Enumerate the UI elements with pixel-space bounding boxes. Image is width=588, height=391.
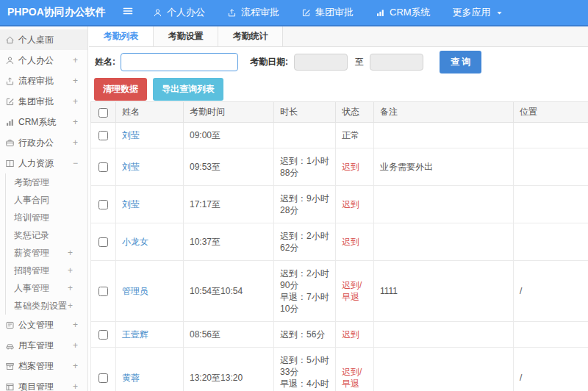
- expand-icon[interactable]: +: [73, 340, 78, 351]
- sidebar-item-label: 项目管理: [18, 381, 54, 391]
- name-label: 姓名:: [95, 56, 115, 68]
- topnav-label: 个人办公: [167, 6, 205, 19]
- sidebar-subitem-base-category[interactable]: 基础类别设置+: [6, 297, 87, 315]
- home-icon: [5, 35, 18, 45]
- sidebar-subitem-salary-mgmt[interactable]: 薪资管理+: [6, 244, 87, 262]
- expand-icon[interactable]: +: [73, 137, 78, 148]
- search-button[interactable]: 查 询: [440, 51, 481, 73]
- employee-name-link[interactable]: 王壹辉: [122, 329, 148, 340]
- clean-data-button[interactable]: 清理数据: [94, 78, 147, 101]
- status-cell: 迟到/早退: [336, 348, 374, 391]
- sidebar-item-hr[interactable]: 人力资源−: [0, 153, 87, 173]
- expand-icon[interactable]: +: [73, 117, 78, 127]
- expand-icon[interactable]: +: [73, 76, 78, 86]
- row-select-cell: [91, 322, 116, 348]
- status-cell: 迟到: [336, 322, 374, 348]
- employee-name-link[interactable]: 小龙女: [122, 237, 148, 247]
- expand-icon[interactable]: +: [68, 265, 73, 276]
- sidebar-subitem-attendance-mgmt[interactable]: 考勤管理: [6, 173, 87, 191]
- sidebar-item-doc-mgmt[interactable]: 公文管理+: [0, 315, 87, 335]
- employee-name-link[interactable]: 管理员: [122, 286, 148, 296]
- sidebar-subitem-hr-contract[interactable]: 人事合同: [6, 191, 87, 209]
- sidebar-item-label: 公文管理: [18, 319, 54, 331]
- time-cell: 17:17至: [184, 186, 274, 223]
- expand-icon[interactable]: +: [73, 381, 78, 391]
- sidebar-item-label: 集团审批: [18, 96, 54, 108]
- employee-name-link[interactable]: 刘莹: [122, 199, 140, 209]
- row-checkbox[interactable]: [98, 237, 108, 247]
- note-cell: [374, 123, 514, 148]
- topnav-workflow-approval[interactable]: 流程审批: [227, 6, 279, 19]
- topnav-group-approval[interactable]: 集团审批: [301, 6, 354, 19]
- sidebar-subitem-reward-record[interactable]: 奖惩记录: [6, 226, 87, 244]
- sidebar-item-label: 行政办公: [18, 137, 54, 149]
- expand-icon[interactable]: +: [73, 55, 78, 65]
- expand-icon[interactable]: +: [73, 361, 78, 371]
- row-checkbox[interactable]: [98, 373, 108, 383]
- name-cell: 小龙女: [116, 223, 184, 261]
- share-icon: [5, 76, 18, 86]
- duration-line: 迟到：5小时33分: [280, 354, 329, 378]
- expand-icon[interactable]: +: [68, 301, 73, 311]
- sidebar-item-admin-office[interactable]: 行政办公+: [0, 132, 87, 153]
- row-checkbox[interactable]: [98, 287, 108, 296]
- table-row: 刘莹09:53至迟到：1小时88分迟到业务需要外出: [91, 148, 588, 186]
- sidebar-item-crm[interactable]: CRM系统+: [0, 112, 87, 132]
- expand-icon[interactable]: +: [73, 96, 78, 107]
- date-from-input[interactable]: [294, 54, 348, 71]
- brand-logo[interactable]: PHPOA协同办公软件: [0, 6, 118, 19]
- row-checkbox[interactable]: [98, 131, 108, 140]
- sidebar-item-personal-office[interactable]: 个人办公+: [0, 50, 87, 71]
- collapse-icon[interactable]: −: [73, 158, 78, 168]
- table-row: 刘莹09:00至正常: [91, 123, 588, 148]
- to-label: 至: [355, 56, 364, 68]
- attendance-table: 姓名考勤时间时长状态备注位置 刘莹09:00至正常刘莹09:53至迟到：1小时8…: [90, 101, 588, 391]
- employee-name-link[interactable]: 黄蓉: [122, 373, 140, 383]
- status-cell: 迟到: [336, 186, 374, 223]
- duration-line: 迟到：2小时62分: [280, 230, 329, 254]
- sidebar-subitem-label: 基础类别设置: [14, 300, 67, 312]
- sidebar-subitem-recruit-mgmt[interactable]: 招聘管理+: [6, 262, 87, 279]
- sidebar-item-group-approval[interactable]: 集团审批+: [0, 91, 87, 112]
- employee-name-link[interactable]: 刘莹: [122, 162, 140, 172]
- sidebar-subitem-label: 人事管理: [14, 282, 49, 295]
- duration-cell: 迟到：9小时28分: [274, 186, 336, 223]
- row-select-cell: [91, 123, 116, 148]
- menu-toggle-button[interactable]: [122, 5, 134, 20]
- name-input[interactable]: [121, 53, 238, 71]
- tab-attendance-stats[interactable]: 考勤统计: [218, 26, 283, 46]
- time-cell: 09:00至: [184, 123, 274, 148]
- expand-icon[interactable]: +: [68, 248, 73, 258]
- sidebar-item-workflow-approval[interactable]: 流程审批+: [0, 71, 87, 91]
- topnav-personal-office[interactable]: 个人办公: [153, 6, 205, 19]
- edit-icon: [301, 8, 311, 18]
- tab-attendance-list[interactable]: 考勤列表: [89, 26, 154, 46]
- duration-line: 迟到：1小时88分: [280, 155, 329, 179]
- employee-name-link[interactable]: 刘莹: [122, 130, 140, 140]
- location-cell: [514, 322, 588, 348]
- sidebar-item-vehicle-mgmt[interactable]: 用车管理+: [0, 335, 87, 356]
- expand-icon[interactable]: +: [68, 283, 73, 293]
- sidebar-subitem-personnel-mgmt[interactable]: 人事管理+: [6, 279, 87, 297]
- date-to-input[interactable]: [370, 54, 423, 71]
- export-list-button[interactable]: 导出查询列表: [153, 78, 223, 101]
- row-checkbox[interactable]: [98, 330, 108, 340]
- expand-icon[interactable]: +: [73, 320, 78, 330]
- note-cell: [374, 186, 514, 223]
- topnav-more-apps[interactable]: 更多应用: [453, 6, 503, 19]
- row-select-cell: [91, 223, 116, 261]
- note-cell: [374, 322, 514, 348]
- row-checkbox[interactable]: [98, 200, 108, 209]
- select-all-checkbox[interactable]: [98, 108, 108, 118]
- sidebar-item-label: 档案管理: [18, 360, 54, 373]
- topnav-crm[interactable]: CRM系统: [376, 6, 431, 19]
- tab-attendance-setup[interactable]: 考勤设置: [154, 26, 218, 46]
- user-icon: [153, 8, 162, 18]
- sidebar-item-desktop[interactable]: 个人桌面: [0, 29, 87, 50]
- location-cell: [514, 223, 588, 261]
- sidebar-item-project-mgmt[interactable]: 项目管理+: [0, 376, 87, 391]
- sidebar-item-label: 用车管理: [18, 340, 54, 352]
- sidebar-subitem-training-mgmt[interactable]: 培训管理: [6, 209, 87, 226]
- sidebar-item-archive-mgmt[interactable]: 档案管理+: [0, 356, 87, 376]
- row-checkbox[interactable]: [98, 162, 108, 172]
